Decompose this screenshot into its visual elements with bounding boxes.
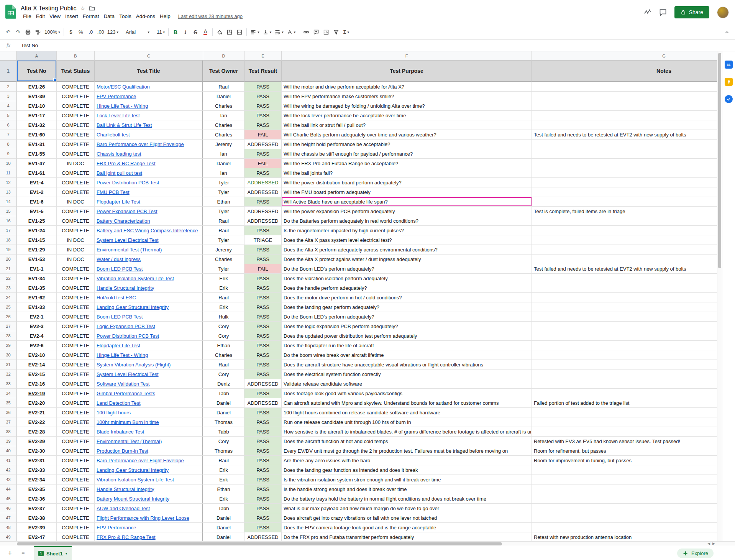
- row-header[interactable]: 2: [0, 82, 17, 92]
- cell-notes[interactable]: [532, 379, 717, 389]
- bold-button[interactable]: B: [171, 27, 180, 37]
- cell-test-no[interactable]: EV2-28: [17, 427, 57, 437]
- cell-test-result[interactable]: PASS: [244, 293, 282, 302]
- cell-test-no[interactable]: EV2-29: [17, 437, 57, 446]
- row-header[interactable]: 13: [0, 187, 17, 197]
- cell-test-result[interactable]: FAIL: [244, 159, 282, 168]
- cell-test-purpose[interactable]: Is the vibration isolation system stron …: [282, 475, 532, 484]
- fill-color-button[interactable]: [215, 27, 225, 37]
- redo-button[interactable]: ↷: [13, 27, 23, 37]
- cell-test-owner[interactable]: Ethan: [203, 197, 244, 207]
- cell-test-owner[interactable]: Raul: [203, 216, 244, 226]
- menu-data[interactable]: Data: [102, 13, 117, 20]
- cell-test-purpose[interactable]: Does aircraft get into crazy vibrations …: [282, 513, 532, 523]
- column-header-f[interactable]: F: [282, 51, 532, 61]
- cell-test-no[interactable]: EV2-47: [17, 532, 57, 541]
- cell-notes[interactable]: [532, 408, 717, 417]
- cell-test-title[interactable]: Hinge Life Test - Wiring: [95, 350, 203, 360]
- menu-tools[interactable]: Tools: [117, 13, 134, 20]
- cell-test-no[interactable]: EV2-37: [17, 504, 57, 513]
- cell-test-result[interactable]: PASS: [244, 484, 282, 494]
- cell-test-purpose[interactable]: Does the Alta X perform adequately acros…: [282, 245, 532, 255]
- cell-test-result[interactable]: PASS: [244, 82, 282, 92]
- row-header[interactable]: 6: [0, 120, 17, 130]
- cell-test-result[interactable]: PASS: [244, 350, 282, 360]
- cell-notes[interactable]: [532, 331, 717, 341]
- cell-test-owner[interactable]: Tyler: [203, 235, 244, 245]
- cell-notes[interactable]: Room for improvement in tuning, but pass…: [532, 456, 717, 465]
- row-header[interactable]: 9: [0, 149, 17, 159]
- cell-test-result[interactable]: PASS: [244, 274, 282, 283]
- row-header[interactable]: 34: [0, 389, 17, 398]
- cell-test-owner[interactable]: Erik: [203, 283, 244, 293]
- row-header[interactable]: 43: [0, 475, 17, 484]
- cell-test-purpose[interactable]: Does the landing gear perform adequately…: [282, 302, 532, 312]
- cell-test-owner[interactable]: Daniel: [203, 92, 244, 101]
- row-header[interactable]: 38: [0, 427, 17, 437]
- cell-test-status[interactable]: IN DOC: [57, 255, 95, 264]
- cell-test-result[interactable]: PASS: [244, 504, 282, 513]
- cell-test-title[interactable]: Battery and ESC Wiring Compass Interefen…: [95, 226, 203, 235]
- cell-test-no[interactable]: EV1-17: [17, 111, 57, 120]
- calendar-icon[interactable]: 31: [725, 61, 733, 69]
- cell-test-status[interactable]: IN DOC: [57, 245, 95, 255]
- column-header-b[interactable]: B: [57, 51, 95, 61]
- cell-test-title[interactable]: System Vibration Analysis (Flight): [95, 360, 203, 370]
- cell-test-status[interactable]: COMPLETE: [57, 302, 95, 312]
- cell-test-result[interactable]: PASS: [244, 360, 282, 370]
- header-cell-notes[interactable]: Notes: [532, 61, 717, 82]
- cell-test-purpose[interactable]: Will the height hold performance be acce…: [282, 140, 532, 149]
- cell-test-purpose[interactable]: Do the FRX pro and Futaba transmitter pe…: [282, 532, 532, 541]
- cell-test-status[interactable]: COMPLETE: [57, 120, 95, 130]
- cell-test-title[interactable]: Land Detection Test: [95, 398, 203, 408]
- row-header[interactable]: 45: [0, 494, 17, 504]
- cell-test-title[interactable]: FRX Pro & RC Range Test: [95, 532, 203, 541]
- cell-test-purpose[interactable]: Does the logic expansion PCB perform ade…: [282, 322, 532, 331]
- cell-test-owner[interactable]: Daniel: [203, 513, 244, 523]
- keep-icon[interactable]: [725, 78, 733, 86]
- cell-notes[interactable]: [532, 178, 717, 187]
- cell-test-no[interactable]: EV1-29: [17, 245, 57, 255]
- cell-test-title[interactable]: Charliebolt test: [95, 130, 203, 140]
- cell-test-no[interactable]: EV2-10: [17, 350, 57, 360]
- cell-test-owner[interactable]: Daniel: [203, 398, 244, 408]
- print-button[interactable]: [23, 27, 33, 37]
- cell-test-status[interactable]: COMPLETE: [57, 274, 95, 283]
- cell-test-status[interactable]: COMPLETE: [57, 264, 95, 274]
- cell-test-result[interactable]: PASS: [244, 475, 282, 484]
- cell-test-status[interactable]: COMPLETE: [57, 341, 95, 350]
- cell-test-status[interactable]: COMPLETE: [57, 465, 95, 475]
- row-header[interactable]: 30: [0, 350, 17, 360]
- cell-test-no[interactable]: EV2-4: [17, 331, 57, 341]
- cell-test-no[interactable]: EV1-6: [17, 197, 57, 207]
- cell-test-title[interactable]: Chassis loading test: [95, 149, 203, 159]
- cell-test-purpose[interactable]: Does the aircraft function at hot and co…: [282, 437, 532, 446]
- cell-notes[interactable]: [532, 140, 717, 149]
- cell-test-purpose[interactable]: Will the motor and drive perform accepta…: [282, 82, 532, 92]
- cell-notes[interactable]: [532, 417, 717, 427]
- header-cell-test-owner[interactable]: Test Owner: [203, 61, 244, 82]
- cell-notes[interactable]: [532, 149, 717, 159]
- cell-test-title[interactable]: Power Distribution PCB Test: [95, 331, 203, 341]
- cell-test-title[interactable]: Water / dust ingress: [95, 255, 203, 264]
- header-cell-test-title[interactable]: Test Title: [95, 61, 203, 82]
- text-wrap-button[interactable]: ▾: [273, 27, 285, 37]
- cell-test-title[interactable]: Vibration Isolation System Life Test: [95, 274, 203, 283]
- cell-test-purpose[interactable]: Is the magnetometer impacted by high cur…: [282, 226, 532, 235]
- cell-test-no[interactable]: EV2-38: [17, 513, 57, 523]
- cell-test-purpose[interactable]: Do the boom wires break over aircraft li…: [282, 350, 532, 360]
- cell-test-purpose[interactable]: Does the electrical system function corr…: [282, 370, 532, 379]
- cell-test-status[interactable]: COMPLETE: [57, 293, 95, 302]
- cell-test-no[interactable]: EV1-4: [17, 178, 57, 187]
- cell-test-result[interactable]: PASS: [244, 523, 282, 532]
- cell-test-title[interactable]: Hot/cold test ESC: [95, 293, 203, 302]
- cell-test-purpose[interactable]: Does the updated power distribution test…: [282, 331, 532, 341]
- cell-notes[interactable]: [532, 350, 717, 360]
- more-formats-button[interactable]: 123▾: [106, 27, 120, 37]
- scroll-left-button[interactable]: ◀: [707, 542, 710, 545]
- cell-test-status[interactable]: COMPLETE: [57, 513, 95, 523]
- cell-test-status[interactable]: COMPLETE: [57, 140, 95, 149]
- row-header[interactable]: 12: [0, 178, 17, 187]
- cell-test-status[interactable]: COMPLETE: [57, 216, 95, 226]
- paint-format-button[interactable]: [33, 27, 43, 37]
